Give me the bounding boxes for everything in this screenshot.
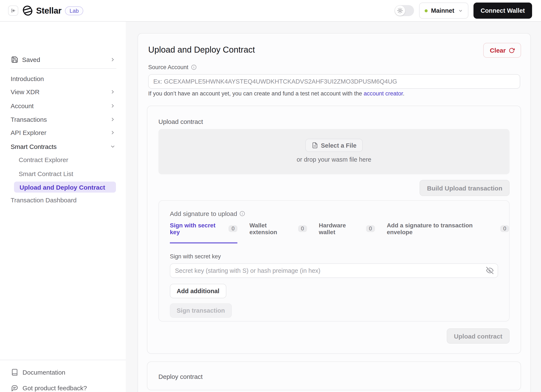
wasm-dropzone[interactable]: Select a File or drop your wasm file her… xyxy=(158,129,510,174)
select-file-label: Select a File xyxy=(321,142,356,149)
top-header: Stellar Lab Mainnet Connect Wallet xyxy=(0,0,541,22)
deploy-contract-section: Deploy contract xyxy=(147,361,521,390)
sidebar-divider xyxy=(10,68,116,69)
source-account-label: Source Account xyxy=(148,64,188,71)
sidebar-item-view-xdr[interactable]: View XDR xyxy=(0,85,126,98)
sidebar-item-label: Got product feedback? xyxy=(22,384,87,391)
theme-toggle-knob xyxy=(395,5,405,16)
sidebar-item-label: Account xyxy=(11,102,126,109)
theme-toggle[interactable] xyxy=(395,5,414,16)
add-signature-heading: Add signature to upload xyxy=(170,210,237,217)
secret-key-field-label: Sign with secret key xyxy=(170,253,221,260)
page-title: Upload and Deploy Contract xyxy=(148,45,255,55)
add-signature-panel: Add signature to upload Sign with secret… xyxy=(158,200,510,321)
chevron-right-icon xyxy=(110,89,115,94)
sidebar-item-documentation[interactable]: Documentation xyxy=(11,366,65,378)
account-creator-link[interactable]: account creator xyxy=(364,90,403,97)
sidebar-item-saved[interactable]: Saved xyxy=(0,53,126,66)
tab-label: Wallet extension xyxy=(250,222,295,235)
signature-tabs: Sign with secret key 0 Wallet extension … xyxy=(170,222,509,244)
eye-off-icon xyxy=(486,267,494,274)
tab-hardware-wallet[interactable]: Hardware wallet 0 xyxy=(319,222,375,244)
tab-add-signature-to-envelope[interactable]: Add a signature to transaction envelope … xyxy=(387,222,509,244)
upload-contract-button[interactable]: Upload contract xyxy=(447,328,510,344)
toggle-visibility-button[interactable] xyxy=(486,267,494,274)
sidebar-item-api-explorer[interactable]: API Explorer xyxy=(0,126,126,139)
sidebar-item-introduction[interactable]: Introduction xyxy=(0,72,126,85)
drop-hint-text: or drop your wasm file here xyxy=(158,156,510,163)
sidebar-item-contract-explorer[interactable]: Contract Explorer xyxy=(0,153,126,166)
sidebar-item-account[interactable]: Account xyxy=(0,99,126,112)
tab-sign-with-secret-key[interactable]: Sign with secret key 0 xyxy=(170,222,238,244)
sidebar-item-upload-and-deploy-contract[interactable]: Upload and Deploy Contract xyxy=(14,182,116,193)
file-icon xyxy=(312,142,318,148)
upload-contract-section: Upload contract Select a File or drop yo… xyxy=(147,106,521,354)
info-icon[interactable] xyxy=(191,65,196,70)
add-signature-heading-row: Add signature to upload xyxy=(170,210,245,217)
source-account-input[interactable] xyxy=(148,74,520,89)
sidebar-item-transaction-dashboard[interactable]: Transaction Dashboard xyxy=(0,193,126,207)
sidebar-item-label: Contract Explorer xyxy=(19,156,126,163)
build-upload-transaction-button[interactable]: Build Upload transaction xyxy=(420,180,510,196)
chevron-right-icon xyxy=(110,117,115,122)
sidebar: Saved Introduction View XDR Account Tran… xyxy=(0,21,126,392)
sidebar-item-label: Upload and Deploy Contract xyxy=(20,183,105,191)
helper-suffix: . xyxy=(403,90,405,97)
sidebar-item-smart-contracts[interactable]: Smart Contracts xyxy=(0,140,126,153)
chevron-right-icon xyxy=(110,130,115,135)
refresh-icon xyxy=(509,47,515,53)
sidebar-item-label: Transaction Dashboard xyxy=(11,196,126,204)
secret-key-input[interactable] xyxy=(170,264,498,278)
tab-count-badge: 0 xyxy=(298,225,307,232)
collapse-sidebar-icon xyxy=(10,8,16,14)
helper-prefix: If you don’t have an account yet, you ca… xyxy=(148,90,364,97)
account-helper-text: If you don’t have an account yet, you ca… xyxy=(148,90,405,97)
stellar-logo-icon xyxy=(22,5,33,16)
brand[interactable]: Stellar Lab xyxy=(22,0,83,21)
clear-button-label: Clear xyxy=(490,47,506,54)
tab-count-badge: 0 xyxy=(500,225,509,232)
clear-button[interactable]: Clear xyxy=(484,43,521,58)
book-icon xyxy=(11,368,18,376)
network-select[interactable]: Mainnet xyxy=(419,3,468,19)
main-content: Upload and Deploy Contract Clear Source … xyxy=(126,21,541,392)
sidebar-footer-divider xyxy=(0,360,126,360)
sidebar-item-label: Documentation xyxy=(22,368,65,376)
add-additional-button[interactable]: Add additional xyxy=(170,284,226,298)
deploy-contract-heading: Deploy contract xyxy=(158,362,203,391)
sidebar-item-label: Smart Contracts xyxy=(11,143,126,150)
sidebar-item-feedback[interactable]: Got product feedback? xyxy=(11,381,87,392)
sidebar-item-label: Introduction xyxy=(11,75,126,82)
info-icon[interactable] xyxy=(240,211,245,216)
sidebar-item-label: API Explorer xyxy=(11,129,126,136)
feedback-bubble-icon xyxy=(11,384,18,391)
save-icon xyxy=(11,56,18,63)
upload-contract-heading: Upload contract xyxy=(158,118,203,125)
sidebar-item-label: Smart Contract List xyxy=(19,170,126,177)
lab-badge: Lab xyxy=(65,6,83,15)
network-status-dot xyxy=(425,9,428,12)
select-file-button[interactable]: Select a File xyxy=(305,139,363,152)
tab-wallet-extension[interactable]: Wallet extension 0 xyxy=(250,222,307,244)
sidebar-item-label: View XDR xyxy=(11,88,126,95)
chevron-right-icon xyxy=(110,103,115,108)
source-account-label-row: Source Account xyxy=(148,64,196,71)
upload-and-deploy-card: Upload and Deploy Contract Clear Source … xyxy=(138,33,531,392)
sidebar-item-transactions[interactable]: Transactions xyxy=(0,112,126,126)
sidebar-item-smart-contract-list[interactable]: Smart Contract List xyxy=(0,167,126,180)
sun-icon xyxy=(397,8,403,14)
chevron-down-icon xyxy=(110,144,115,149)
sidebar-collapse-button[interactable] xyxy=(8,5,18,16)
sidebar-item-label: Transactions xyxy=(11,116,126,123)
tab-label: Hardware wallet xyxy=(319,222,362,235)
network-label: Mainnet xyxy=(431,7,454,14)
brand-name: Stellar xyxy=(36,6,62,15)
tab-count-badge: 0 xyxy=(229,225,238,232)
chevron-down-icon xyxy=(458,8,463,13)
chevron-right-icon xyxy=(110,57,115,62)
tab-count-badge: 0 xyxy=(366,225,375,232)
tab-label: Add a signature to transaction envelope xyxy=(387,222,497,235)
sign-transaction-button[interactable]: Sign transaction xyxy=(170,303,232,318)
tab-label: Sign with secret key xyxy=(170,222,225,235)
connect-wallet-button[interactable]: Connect Wallet xyxy=(473,3,532,19)
